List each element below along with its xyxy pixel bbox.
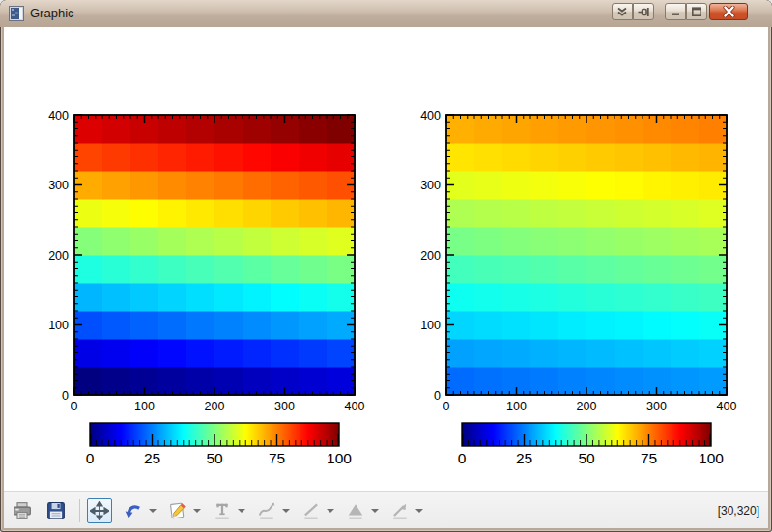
svg-text:0: 0 [443, 400, 450, 413]
heatmap-plot-left[interactable]: 010020030040001002003004000255075100 [36, 109, 384, 468]
undo-arrow-icon [124, 501, 143, 520]
svg-text:400: 400 [48, 109, 69, 123]
svg-text:50: 50 [578, 450, 595, 466]
maximize-button[interactable] [686, 3, 707, 20]
svg-text:400: 400 [345, 400, 365, 413]
svg-text:75: 75 [269, 450, 285, 466]
minimize-button[interactable] [665, 3, 686, 20]
svg-text:0: 0 [62, 389, 69, 403]
svg-text:300: 300 [48, 179, 69, 192]
titlebar[interactable]: Graphic [0, 0, 772, 27]
polygon-dropdown-caret[interactable] [371, 509, 379, 513]
window-content: 010020030040001002003004000255075100 010… [4, 27, 768, 528]
line-icon [301, 501, 321, 520]
svg-text:200: 200 [205, 400, 225, 413]
toolbar-button-arrow[interactable] [387, 498, 413, 523]
svg-text:300: 300 [646, 400, 667, 413]
toolbar: [30,320] [4, 491, 768, 528]
toolbar-separator [79, 499, 80, 522]
pin-icon [638, 7, 650, 17]
window-icon [9, 6, 24, 21]
plot-canvas[interactable]: 010020030040001002003004000255075100 010… [4, 27, 768, 491]
svg-text:0: 0 [71, 400, 78, 413]
svg-text:100: 100 [699, 450, 724, 466]
svg-text:200: 200 [420, 249, 441, 263]
window-title: Graphic [30, 6, 74, 20]
toolbar-button-polygon[interactable] [343, 498, 368, 523]
svg-text:400: 400 [420, 109, 441, 123]
toolbar-button-freehand[interactable] [254, 498, 279, 523]
svg-text:0: 0 [434, 389, 441, 403]
undo-dropdown-caret[interactable] [149, 509, 157, 513]
toolbar-button-print[interactable] [10, 498, 35, 523]
toolbar-button-pan[interactable] [87, 498, 112, 523]
rollup-chevrons-icon [616, 7, 628, 17]
line-dropdown-caret[interactable] [327, 509, 334, 513]
toolbar-button-save[interactable] [43, 498, 69, 523]
svg-text:0: 0 [458, 450, 467, 466]
four-arrows-icon [90, 501, 109, 520]
freehand-icon [257, 501, 276, 520]
svg-text:100: 100 [48, 319, 69, 332]
svg-text:300: 300 [420, 179, 441, 192]
arrow-icon [390, 501, 410, 520]
svg-text:400: 400 [717, 400, 737, 413]
annotate-dropdown-caret[interactable] [193, 509, 201, 513]
pin-button[interactable] [633, 3, 654, 20]
svg-text:25: 25 [144, 450, 160, 466]
toolbar-button-undo[interactable] [121, 498, 146, 523]
svg-text:100: 100 [134, 400, 155, 413]
polygon-icon [346, 501, 365, 520]
maximize-icon [691, 7, 702, 17]
close-x-icon [723, 6, 735, 17]
toolbar-button-text[interactable] [210, 498, 235, 523]
svg-text:200: 200 [48, 249, 69, 263]
svg-text:50: 50 [206, 450, 223, 466]
freehand-dropdown-caret[interactable] [282, 509, 290, 513]
svg-text:300: 300 [274, 400, 295, 413]
svg-text:100: 100 [506, 400, 527, 413]
printer-icon [13, 501, 32, 520]
svg-text:100: 100 [420, 319, 441, 332]
toolbar-button-line[interactable] [299, 498, 324, 523]
graphic-window: Graphic [0, 0, 772, 532]
svg-text:100: 100 [327, 450, 352, 466]
svg-text:200: 200 [577, 400, 597, 413]
floppy-disk-icon [46, 501, 66, 520]
arrow-dropdown-caret[interactable] [415, 509, 423, 513]
heatmap-plot-right[interactable]: 010020030040001002003004000255075100 [408, 109, 756, 468]
svg-text:75: 75 [641, 450, 657, 466]
minimize-icon [670, 7, 681, 17]
text-t-icon [213, 501, 232, 520]
close-button[interactable] [709, 3, 748, 20]
coordinate-readout: [30,320] [718, 504, 759, 518]
toolbar-button-annotate[interactable] [165, 498, 190, 523]
svg-text:0: 0 [86, 450, 95, 466]
window-controls [612, 3, 748, 21]
pencil-paper-icon [168, 501, 187, 520]
rollup-button[interactable] [612, 3, 633, 20]
text-dropdown-caret[interactable] [238, 509, 245, 513]
svg-text:25: 25 [516, 450, 532, 466]
